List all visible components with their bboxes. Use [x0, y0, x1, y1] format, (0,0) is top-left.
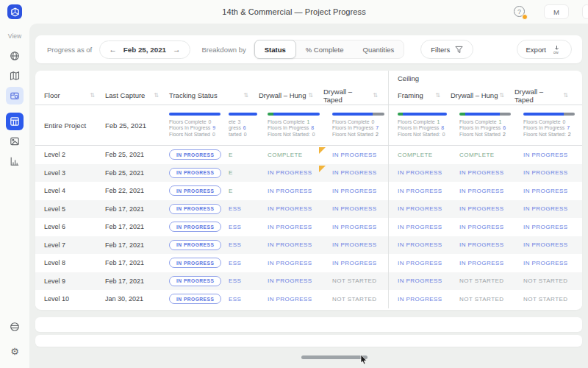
svg-text:csv: csv [553, 50, 559, 54]
ceiling-framing-cell: COMPLETE [388, 146, 451, 164]
table-row-level-7[interactable]: Level 7Feb 17, 2021IN PROGRESSESSIN PROG… [35, 236, 582, 255]
ceiling-drywall-hung-cell: IN PROGRESS [451, 236, 514, 255]
ceiling-framing-status: IN PROGRESS [398, 241, 442, 248]
table-row-level-2[interactable]: Level 2Feb 25, 2021IN PROGRESSECOMPLETEI… [35, 146, 582, 164]
summary-stat: ete3 [229, 119, 257, 126]
walls-drywall-hung-cell: IN PROGRESS [259, 182, 323, 200]
date-navigator[interactable]: ← Feb 25, 2021 → [99, 40, 190, 59]
tracking-status-badge: IN PROGRESS [169, 294, 221, 304]
summary-stat-value: 0 [209, 119, 212, 126]
summary-stat-value: 1 [437, 119, 440, 126]
column-header-floor-0[interactable]: Floor⇅ [44, 86, 105, 105]
avatar[interactable]: M [544, 4, 569, 19]
segment-quantities[interactable]: Quantities [354, 40, 404, 59]
summary-stat-label: Floors Complete [398, 119, 435, 126]
walls-drywall-taped-cell: IN PROGRESS [323, 182, 388, 200]
table-row-level-6[interactable]: Level 6Feb 17, 2021IN PROGRESSESSIN PROG… [35, 218, 582, 236]
sidebar-item-analytics[interactable] [6, 152, 24, 170]
column-header-drywall-taped-7[interactable]: Drywall – Taped⇅ [514, 86, 578, 105]
filters-label: Filters [431, 46, 450, 54]
ceiling-framing-cell: IN PROGRESS [388, 182, 451, 200]
floor-name: Level 8 [44, 254, 105, 272]
walls-drywall-taped-cell: IN PROGRESS [323, 146, 388, 164]
summary-stat: Floors Not Started:2 [523, 132, 575, 138]
summary-stat-label: gress [229, 125, 241, 132]
last-capture-date: Feb 25, 2021 [105, 164, 169, 183]
summary-stat-value: 8 [311, 125, 314, 132]
ceiling-drywall-hung-cell: NOT STARTED [451, 290, 514, 308]
summary-stat-label: Floors In Progress [268, 125, 309, 132]
tracking-status-badge: IN PROGRESS [169, 258, 221, 268]
tracking-status-cell: IN PROGRESS [169, 146, 224, 164]
table-row-level-5[interactable]: Level 5Feb 17, 2021IN PROGRESSESSIN PROG… [35, 200, 582, 219]
tracking-status-badge: IN PROGRESS [169, 204, 221, 214]
summary-floor-label: Entire Project [44, 105, 105, 145]
summary-metric-ceiling-drywall-taped: Floors Complete0Floors In Progress7Floor… [514, 105, 578, 145]
table-row-level-10[interactable]: Level 10Jan 30, 2021IN PROGRESSESSIN PRO… [35, 290, 582, 308]
column-header-label: Drywall – Hung [259, 91, 306, 99]
column-header-drywall-hung-6[interactable]: Drywall – Hung⇅ [451, 86, 514, 105]
column-header-tracking-status-2[interactable]: Tracking Status⇅ [169, 86, 259, 105]
segment-status[interactable]: Status [254, 40, 296, 59]
summary-stat: Floors Not Started0 [169, 132, 220, 138]
summary-stat-value: 7 [376, 125, 379, 132]
sidebar-item-support[interactable] [6, 318, 24, 336]
progress-bar [523, 113, 575, 116]
sidebar-item-captures[interactable] [6, 87, 24, 105]
walls-drywall-taped-status: IN PROGRESS [332, 152, 377, 158]
ceiling-drywall-hung-status: IN PROGRESS [459, 188, 504, 194]
summary-stat: Floors Complete1 [398, 119, 447, 126]
summary-stat: Floors Not Started:0 [398, 132, 447, 138]
summary-stat-label: Floors In Progress [398, 125, 439, 132]
help-button[interactable]: ? [514, 6, 526, 18]
bar-chart-icon [10, 156, 20, 166]
segment-complete[interactable]: % Complete [296, 40, 354, 59]
table-row-level-8[interactable]: Level 8Feb 17, 2021IN PROGRESSESSIN PROG… [35, 254, 582, 272]
last-capture-date: Feb 17, 2021 [105, 272, 169, 291]
next-date-arrow-icon[interactable]: → [173, 45, 181, 54]
sidebar-item-map[interactable] [6, 67, 24, 85]
column-header-label: Drywall – Taped [323, 88, 373, 104]
summary-metric-ceiling-framing: Floors Complete1Floors In Progress8Floor… [388, 105, 451, 145]
walls-drywall-hung-cell: IN PROGRESS [259, 236, 323, 255]
summary-stat: Floors Not Started:0 [268, 132, 320, 138]
table-row-level-3[interactable]: Level 3Feb 25, 2021IN PROGRESSEIN PROGRE… [35, 164, 582, 183]
ceiling-framing-status: IN PROGRESS [398, 260, 442, 266]
clipped-status-cell: E [224, 164, 259, 183]
last-capture-date: Jan 30, 2021 [105, 290, 169, 308]
sidebar-item-globe[interactable] [6, 47, 24, 65]
summary-stat-label: Floors Not Started [332, 132, 373, 138]
clipped-status-text: E [229, 188, 233, 194]
progress-bar [332, 113, 384, 116]
summary-stat-label: Floors In Progress [169, 125, 210, 132]
tracking-status-cell: IN PROGRESS [169, 200, 224, 219]
column-header-framing-5[interactable]: Framing⇅ [388, 86, 451, 105]
sidebar-item-settings[interactable]: ⚙ [6, 342, 24, 360]
export-label: Export [526, 46, 546, 54]
summary-stat-label: Floors Complete [523, 119, 561, 126]
edge-button-partial[interactable] [582, 4, 588, 19]
last-capture-date: Feb 17, 2021 [105, 254, 169, 272]
warning-flag-icon [319, 166, 326, 172]
filters-button[interactable]: Filters [420, 40, 473, 59]
last-capture-date: Feb 17, 2021 [105, 200, 169, 219]
column-header-drywall-hung-3[interactable]: Drywall – Hung⇅ [259, 86, 323, 105]
walls-drywall-taped-cell: IN PROGRESS [323, 236, 388, 255]
column-header-drywall-taped-4[interactable]: Drywall – Taped⇅ [323, 86, 388, 105]
ceiling-framing-cell: IN PROGRESS [388, 254, 451, 272]
summary-stat-value: 2 [568, 132, 571, 138]
sidebar-item-progress-tracking[interactable] [6, 113, 24, 130]
sidebar-item-photos[interactable] [6, 132, 24, 150]
csv-download-icon: csv [551, 45, 562, 54]
horizontal-scrollbar-thumb[interactable] [301, 355, 368, 359]
summary-metric-walls-drywall-hung: Floors Complete1Floors In Progress8Floor… [259, 105, 323, 145]
summary-row[interactable]: Entire ProjectFeb 25, 2021Floors Complet… [35, 105, 582, 146]
main-area: Progress as of ← Feb 25, 2021 → Breakdow… [29, 24, 588, 368]
table-row-level-9[interactable]: Level 9Feb 17, 2021IN PROGRESSESSIN PROG… [35, 272, 582, 291]
column-header-last-capture-1[interactable]: Last Capture⇅ [105, 86, 169, 105]
tracking-status-cell: IN PROGRESS [169, 182, 224, 200]
prev-date-arrow-icon[interactable]: ← [109, 45, 117, 54]
table-row-level-4[interactable]: Level 4Feb 22, 2021IN PROGRESSEIN PROGRE… [35, 182, 582, 200]
export-csv-button[interactable]: Export csv [517, 40, 572, 59]
walls-drywall-hung-cell: COMPLETE [259, 146, 323, 164]
